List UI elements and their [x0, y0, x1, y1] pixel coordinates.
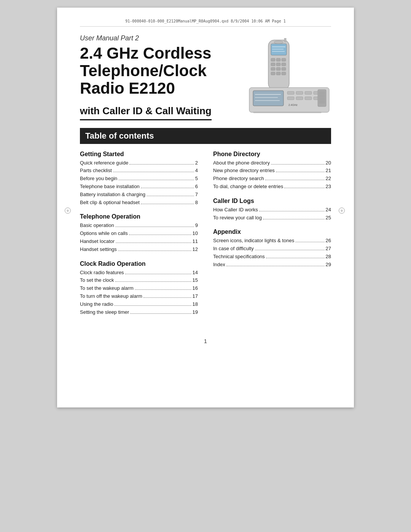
toc-entry: To review your call log 25	[213, 214, 331, 222]
page: 91-000040-010-000_E2120ManualMP_R0Aug090…	[57, 8, 354, 407]
toc-dots	[141, 188, 194, 188]
toc-dots	[113, 172, 194, 172]
toc-entry: Options while on calls 10	[80, 230, 198, 238]
svg-rect-10	[282, 63, 286, 66]
toc-page: 11	[193, 238, 198, 246]
svg-rect-13	[282, 67, 286, 70]
toc-dots	[125, 274, 191, 274]
toc-entry: Technical specifications 28	[213, 253, 331, 261]
toc-entry: Parts checklist 4	[80, 167, 198, 175]
toc-page: 23	[326, 183, 331, 191]
toc-dots	[141, 204, 194, 204]
toc-page: 24	[326, 206, 331, 214]
caller-id-subtitle: with Caller ID & Call Waiting	[80, 105, 212, 120]
svg-rect-26	[305, 91, 312, 94]
toc-dots	[143, 297, 191, 298]
svg-point-18	[274, 41, 283, 44]
toc-page: 15	[193, 276, 198, 284]
header-text: User Manual Part 2 2.4 GHz Cordless Tele…	[80, 34, 240, 120]
toc-dots	[147, 196, 194, 196]
toc-entry: Battery installation & charging 7	[80, 191, 198, 199]
toc-entry: Before you begin 5	[80, 175, 198, 183]
toc-entry-text: Telephone base installation	[80, 183, 140, 191]
toc-page: 8	[195, 199, 198, 207]
toc-entry: Quick reference guide 2	[80, 159, 198, 167]
toc-entry-text: Before you begin	[80, 175, 117, 183]
toc-dots	[284, 188, 324, 188]
toc-dots	[129, 164, 194, 165]
toc-dots	[115, 227, 194, 227]
toc-page: 9	[195, 222, 198, 230]
toc-entry-text: Parts checklist	[80, 167, 112, 175]
toc-dots	[118, 251, 191, 251]
svg-rect-15	[276, 72, 280, 75]
toc-header: Table of contents	[80, 128, 331, 144]
toc-left-column: Getting Started Quick reference guide 2 …	[80, 151, 198, 323]
svg-rect-16	[282, 72, 286, 75]
toc-page: 29	[326, 261, 331, 269]
toc-entry: Index 29	[213, 261, 331, 269]
toc-page: 20	[326, 159, 331, 167]
toc-section-title-telephone: Telephone Operation	[80, 213, 198, 220]
toc-dots	[295, 242, 324, 242]
toc-dots	[129, 235, 191, 235]
svg-rect-28	[287, 97, 294, 100]
toc-entry-text: Quick reference guide	[80, 159, 128, 167]
svg-rect-5	[271, 58, 275, 61]
toc-page: 16	[193, 284, 198, 292]
toc-entry: To set the clock 15	[80, 276, 198, 284]
reg-mark-left	[65, 208, 72, 215]
toc-section-title-caller-id: Caller ID Logs	[213, 198, 331, 204]
toc-page: 21	[326, 167, 331, 175]
svg-text:2.4GHz: 2.4GHz	[288, 104, 298, 106]
toc-page: 6	[195, 183, 198, 191]
toc-entry-text: Clock radio features	[80, 269, 124, 277]
toc-entry: Screen icons, indicator lights & tones 2…	[213, 237, 331, 245]
toc-section-telephone-operation: Telephone Operation Basic operation 9 Op…	[80, 213, 198, 253]
toc-dots	[255, 250, 325, 250]
user-manual-subtitle: User Manual Part 2	[80, 34, 240, 42]
toc-entry: Handset settings 12	[80, 246, 198, 254]
toc-section-appendix: Appendix Screen icons, indicator lights …	[213, 228, 331, 268]
toc-entry-text: To set the wakeup alarm	[80, 284, 134, 292]
svg-rect-30	[305, 97, 312, 100]
toc-entry-text: Basic operation	[80, 222, 114, 230]
page-number: 1	[80, 338, 331, 344]
toc-dots	[271, 164, 325, 165]
toc-entry: How Caller ID works 24	[213, 206, 331, 214]
toc-page: 12	[193, 246, 198, 254]
svg-rect-1	[271, 44, 287, 55]
toc-entry: To turn off the wakeup alarm 17	[80, 292, 198, 300]
toc-dots	[226, 266, 325, 266]
svg-rect-20	[253, 91, 284, 106]
toc-section-title-clock-radio: Clock Radio Operation	[80, 260, 198, 267]
svg-rect-6	[276, 58, 280, 61]
toc-page: 28	[326, 253, 331, 261]
toc-page: 5	[195, 175, 198, 183]
toc-entry-text: In case of difficulty	[213, 245, 254, 253]
toc-columns: Getting Started Quick reference guide 2 …	[80, 151, 331, 323]
toc-section-title-phone-directory: Phone Directory	[213, 151, 331, 158]
toc-entry: Using the radio 18	[80, 300, 198, 308]
toc-entry: Phone directory search 22	[213, 175, 331, 183]
toc-dots	[116, 243, 191, 243]
phone-image: 2.4GHz	[247, 38, 331, 114]
svg-rect-24	[287, 91, 294, 94]
toc-entry-text: To review your call log	[213, 214, 262, 222]
toc-entry: Setting the sleep timer 19	[80, 308, 198, 316]
toc-dots	[135, 289, 191, 290]
main-title: 2.4 GHz Cordless Telephone/Clock Radio E…	[80, 45, 240, 97]
file-info: 91-000040-010-000_E2120ManualMP_R0Aug090…	[80, 19, 331, 27]
toc-section-title-appendix: Appendix	[213, 228, 331, 235]
toc-entry-text: Setting the sleep timer	[80, 308, 129, 316]
toc-page: 22	[326, 175, 331, 183]
svg-rect-7	[282, 58, 286, 61]
toc-entry-text: Using the radio	[80, 300, 113, 308]
toc-entry-text: To turn off the wakeup alarm	[80, 292, 142, 300]
toc-page: 18	[193, 300, 198, 308]
svg-rect-11	[271, 67, 275, 70]
toc-entry: New phone directory entries 21	[213, 167, 331, 175]
toc-entry: About the phone directory 20	[213, 159, 331, 167]
toc-section-phone-directory: Phone Directory About the phone director…	[213, 151, 331, 191]
svg-rect-17	[284, 38, 286, 42]
